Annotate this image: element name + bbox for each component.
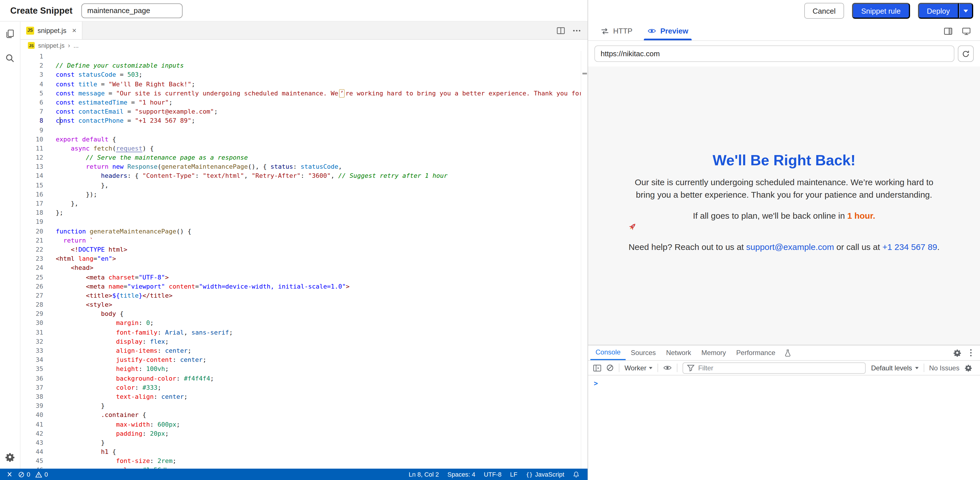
snippet-rule-button[interactable]: Snippet rule [852,3,910,19]
encoding[interactable]: UTF-8 [484,471,501,478]
files-icon[interactable] [5,29,15,39]
code-line[interactable]: 20function generateMaintenancePage() { [21,227,587,236]
issues-counter[interactable]: No Issues [929,364,959,372]
live-expression-eye-icon[interactable] [663,365,672,371]
log-levels-selector[interactable]: Default levels [871,364,918,372]
code-line[interactable]: 11 async fetch(request) { [21,144,587,154]
devtools-tab-sources[interactable]: Sources [626,345,661,360]
code-line[interactable]: 24 <head> [21,264,587,273]
code-area[interactable]: 12// Define your customizable inputs3con… [21,51,587,469]
close-tab-icon[interactable]: × [72,27,76,34]
deploy-dropdown-button[interactable] [959,3,973,19]
line-number: 11 [21,144,43,154]
console-settings-gear-icon[interactable] [965,364,972,372]
breadcrumb-more[interactable]: ... [73,42,78,49]
code-line[interactable]: 37 color: #333; [21,383,587,393]
code-line[interactable]: 28 <style> [21,301,587,310]
code-line[interactable]: 12 // Serve the maintenance page as a re… [21,154,587,162]
filter-input[interactable] [698,364,861,372]
code-line[interactable]: 43 } [21,439,587,448]
notifications-bell-icon[interactable] [573,470,579,478]
devtools-tab-performance[interactable]: Performance [731,345,780,360]
code-line[interactable]: 38 text-align: center; [21,393,587,402]
split-panel-icon[interactable] [943,27,953,35]
code-line[interactable]: 1 [21,52,587,61]
code-line[interactable]: 19 [21,218,587,227]
device-monitor-icon[interactable] [962,27,971,35]
code-line[interactable]: 35 height: 100vh; [21,365,587,374]
code-line[interactable]: 23<html lang="en"> [21,255,587,264]
code-line[interactable]: 5const message = "Our site is currently … [21,89,587,98]
code-line[interactable]: 41 max-width: 600px; [21,420,587,429]
code-line[interactable]: 7const contactEmail = "support@example.c… [21,107,587,116]
devtools-settings-gear-icon[interactable] [953,349,961,357]
code-line[interactable]: 17 }, [21,200,587,209]
devtools-tab-console[interactable]: Console [590,345,626,360]
phone-link[interactable]: +1 234 567 89 [883,242,937,251]
refresh-button[interactable] [958,46,974,62]
code-line[interactable]: 36 background-color: #f4f4f4; [21,374,587,383]
devtools-tab-network[interactable]: Network [661,345,696,360]
code-line[interactable]: 30 margin: 0; [21,319,587,328]
tab-snippet-js[interactable]: JS snippet.js × [21,22,83,39]
line-number: 2 [21,61,43,70]
gear-icon[interactable] [5,452,15,462]
code-line[interactable]: 29 body { [21,310,587,319]
tab-http[interactable]: HTTP [595,22,638,40]
code-line[interactable]: 34 justify-content: center; [21,356,587,365]
snippet-name-input[interactable] [82,3,183,18]
tab-preview[interactable]: Preview [641,22,694,40]
url-input[interactable] [594,46,955,62]
console-filter[interactable] [683,362,866,374]
code-line[interactable]: 45 font-size: 2rem; [21,457,587,466]
eol-sequence[interactable]: LF [510,471,518,478]
remote-indicator-icon[interactable] [6,471,13,478]
code-line[interactable]: 32 display: flex; [21,337,587,347]
code-line[interactable]: 21 return ` [21,236,587,246]
code-line[interactable]: 10export default { [21,135,587,144]
devtools-tab-memory[interactable]: Memory [696,345,731,360]
console-prompt[interactable]: > [588,378,980,388]
search-icon[interactable] [5,53,15,63]
deploy-button[interactable]: Deploy [918,3,959,19]
code-line[interactable]: 16 }); [21,190,587,200]
problems-indicator[interactable]: 0 0 [18,471,48,478]
code-line[interactable]: 46 color: #1a56db; [21,466,587,469]
beaker-icon[interactable] [780,345,795,360]
more-actions-icon[interactable] [573,29,581,32]
code-line[interactable]: 14 headers: { "Content-Type": "text/html… [21,172,587,181]
split-editor-icon[interactable] [557,27,565,34]
kebab-menu-icon[interactable] [970,349,972,357]
code-line[interactable]: 15 }, [21,181,587,190]
code-line[interactable]: 2// Define your customizable inputs [21,61,587,70]
language-mode[interactable]: {} JavaScript [526,471,564,478]
code-line[interactable]: 6const estimatedTime = "1 hour"; [21,98,587,107]
indentation[interactable]: Spaces: 4 [447,471,475,478]
code-line[interactable]: 40 .container { [21,411,587,420]
code-line[interactable]: 25 <meta charset="UTF-8"> [21,273,587,282]
code-line[interactable]: 18}; [21,209,587,217]
breadcrumb[interactable]: JS snippet.js › ... [21,40,587,51]
code-line[interactable]: 31 font-family: Arial, sans-serif; [21,328,587,337]
console-output[interactable]: > [588,375,980,480]
code-line[interactable]: 13 return new Response(generateMaintenan… [21,163,587,172]
code-line[interactable]: 22 <!DOCTYPE html> [21,246,587,255]
context-selector[interactable]: Worker [625,364,653,372]
code-line[interactable]: 9 [21,126,587,135]
clear-console-icon[interactable] [606,364,614,372]
code-line[interactable]: 3const statusCode = 503; [21,71,587,80]
code-line[interactable]: 8const contactPhone = "+1 234 567 89"; [21,117,587,126]
code-line[interactable]: 42 padding: 20px; [21,429,587,438]
code-line[interactable]: 33 align-items: center; [21,347,587,356]
console-sidebar-icon[interactable] [593,364,601,371]
cancel-button[interactable]: Cancel [804,3,844,19]
code-line[interactable]: 39 } [21,402,587,411]
breadcrumb-file[interactable]: snippet.js [38,42,65,49]
code-line[interactable]: 27 <title>${title}</title> [21,291,587,301]
code-line[interactable]: 44 h1 { [21,448,587,457]
code-line[interactable]: 26 <meta name="viewport" content="width=… [21,282,587,291]
overview-ruler[interactable] [581,51,587,469]
email-link[interactable]: support@example.com [746,242,834,251]
code-line[interactable]: 4const title = "We'll Be Right Back!"; [21,80,587,89]
cursor-position[interactable]: Ln 8, Col 2 [409,471,439,478]
